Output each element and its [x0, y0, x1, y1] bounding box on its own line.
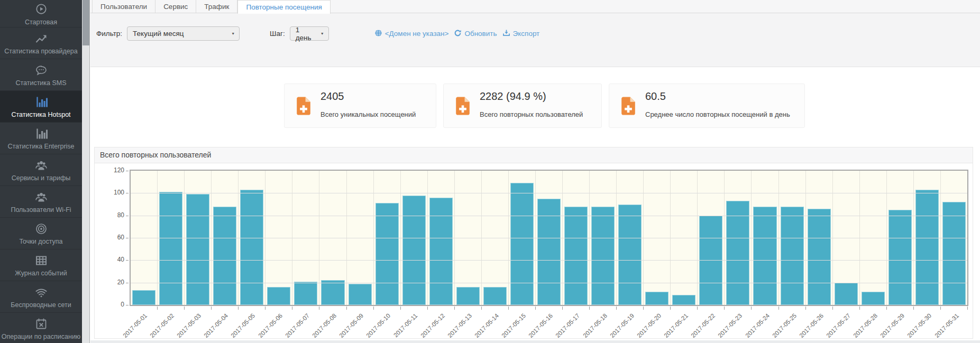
x-axis-label: 2017-05-03 [176, 312, 202, 339]
main-area: ПользователиСервисТрафикПовторные посеще… [90, 0, 980, 343]
users-icon [0, 191, 82, 205]
refresh-button-label: Обновить [464, 30, 497, 38]
bar [483, 287, 507, 305]
tab-3[interactable]: Трафик [196, 0, 237, 13]
sidebar-item-1[interactable]: Стартовая [0, 0, 82, 27]
sidebar: СтартоваяСтатистика провайдераСтатистика… [0, 0, 82, 343]
stat-card: 2405Всего уникальных посещений [284, 84, 436, 128]
gridline [131, 193, 967, 193]
filter-select[interactable]: Текущий месяц ▼ [127, 26, 240, 41]
sidebar-item-8[interactable]: Точки доступа [0, 218, 82, 249]
sidebar-item-2[interactable]: Статистика провайдера [0, 27, 82, 59]
y-axis-label: 0 [95, 301, 124, 308]
filter-toolbar: Фильтр: Текущий месяц ▼ Шаг: 1 день ▼ <Д… [90, 13, 980, 67]
bar-chart-icon [0, 96, 82, 110]
filter-label: Фильтр: [96, 30, 122, 38]
x-axis-label: 2017-05-08 [311, 312, 337, 339]
scrollbar-thumb[interactable] [83, 0, 89, 45]
bar [402, 196, 426, 305]
x-axis-label: 2017-05-23 [717, 312, 744, 339]
x-axis-label: 2017-05-29 [880, 312, 906, 339]
x-axis-label: 2017-05-22 [690, 312, 716, 339]
sidebar-item-7[interactable]: Пользователи Wi-Fi [0, 186, 82, 218]
chart-panel: Всего повторных пользователей 2017-05-01… [94, 147, 973, 339]
sidebar-item-5[interactable]: Статистика Enterprise [0, 123, 82, 154]
x-axis-label: 2017-05-13 [446, 312, 473, 339]
page-bottom-strip [90, 340, 980, 343]
x-axis-label: 2017-05-24 [744, 312, 771, 339]
bar-chart-icon [0, 127, 82, 142]
x-axis-label: 2017-05-26 [798, 312, 825, 339]
x-axis-label: 2017-05-25 [771, 312, 798, 339]
y-axis-tick [126, 283, 129, 283]
stat-card-text: 2405Всего уникальных посещений [320, 90, 416, 122]
export-button[interactable]: Экспорт [502, 29, 540, 39]
sidebar-item-9[interactable]: Журнал событий [0, 249, 82, 281]
sidebar-item-4[interactable]: Статистика Hotspot [0, 91, 82, 123]
tab-1[interactable]: Пользователи [92, 0, 155, 13]
export-button-label: Экспорт [513, 30, 540, 38]
sidebar-scrollbar[interactable] [82, 0, 90, 343]
wifi-icon [0, 286, 82, 300]
x-axis-label: 2017-05-20 [636, 312, 662, 339]
bar [159, 192, 182, 305]
step-select-value: 1 день [296, 26, 316, 42]
bar [213, 207, 236, 305]
stat-card-label: Всего повторных пользователей [480, 110, 583, 118]
stat-card-value: 2282 (94.9 %) [480, 90, 583, 103]
y-axis-tick [126, 216, 129, 216]
x-axis-label: 2017-05-30 [906, 312, 933, 339]
file-plus-icon [454, 96, 471, 122]
bar [726, 201, 749, 305]
sidebar-item-3[interactable]: Статистика SMS [0, 59, 82, 91]
stat-card-label: Всего уникальных посещений [320, 110, 416, 118]
sidebar-item-label: Статистика Hotspot [0, 111, 82, 118]
stat-card: 2282 (94.9 %)Всего повторных пользовател… [443, 84, 602, 128]
y-axis-label: 100 [95, 189, 124, 196]
bar [672, 295, 695, 305]
bar [375, 203, 399, 305]
y-axis-tick [126, 238, 129, 238]
bar [915, 190, 939, 305]
y-axis-tick [126, 171, 129, 171]
sidebar-item-11[interactable]: Операции по расписанию [0, 313, 82, 343]
x-axis-label: 2017-05-27 [825, 312, 851, 339]
domain-link[interactable]: <Домен не указан> [374, 29, 449, 39]
tab-2[interactable]: Сервис [155, 0, 196, 13]
bar [618, 205, 642, 305]
bar [132, 290, 155, 305]
sidebar-item-10[interactable]: Беспроводные сети [0, 281, 82, 313]
x-axis-label: 2017-05-01 [122, 312, 148, 339]
stat-card-text: 2282 (94.9 %)Всего повторных пользовател… [480, 90, 583, 122]
bar [429, 198, 453, 305]
sidebar-item-6[interactable]: Сервисы и тарифы [0, 154, 82, 186]
calendar-x-icon [0, 318, 82, 332]
x-axis-label: 2017-05-04 [203, 312, 229, 339]
y-axis-label: 120 [95, 166, 124, 174]
bar [645, 292, 668, 305]
tab-4[interactable]: Повторные посещения [237, 0, 330, 14]
refresh-button[interactable]: Обновить [454, 29, 497, 39]
bar [753, 207, 776, 305]
x-axis-label: 2017-05-28 [852, 312, 878, 339]
file-plus-icon [620, 96, 637, 122]
y-axis-label: 60 [95, 234, 124, 241]
x-axis-label: 2017-05-18 [582, 312, 608, 339]
x-axis-label: 2017-05-15 [500, 312, 527, 339]
x-axis-label: 2017-05-09 [338, 312, 364, 339]
content-area: 2405Всего уникальных посещений2282 (94.9… [90, 67, 980, 343]
y-axis-label: 80 [95, 211, 124, 219]
sidebar-item-label: Статистика SMS [0, 79, 82, 87]
bar [889, 210, 912, 305]
bar [862, 292, 885, 305]
step-select[interactable]: 1 день ▼ [290, 26, 329, 41]
gridline [131, 238, 967, 238]
x-axis-label: 2017-05-05 [230, 312, 257, 339]
sidebar-item-label: Статистика Enterprise [0, 143, 82, 150]
sidebar-item-label: Операции по расписанию [0, 333, 82, 340]
users-icon [0, 159, 82, 173]
chevron-down-icon: ▼ [231, 32, 235, 35]
play-circle-icon [0, 3, 82, 17]
sidebar-item-label: Журнал событий [0, 270, 82, 277]
globe-icon [374, 29, 382, 39]
